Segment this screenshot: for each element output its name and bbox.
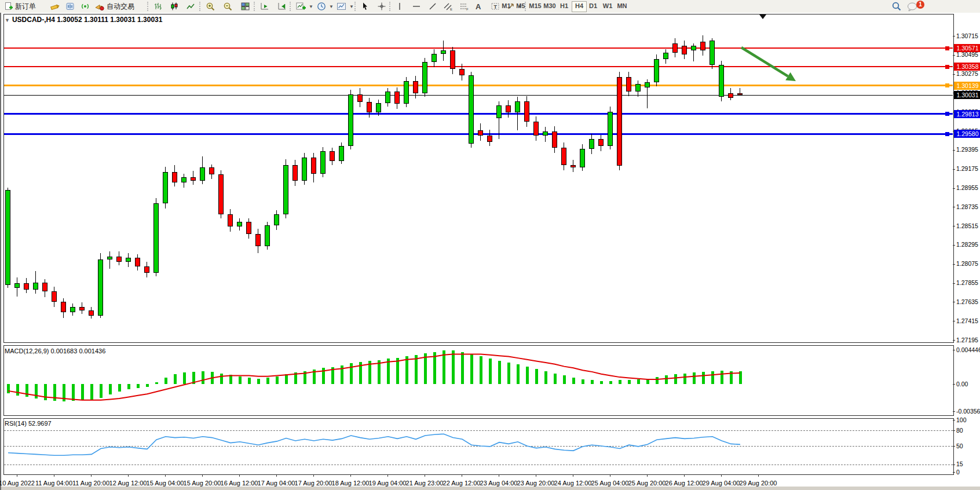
crayon-icon [49, 2, 60, 11]
macd-histogram-bar [674, 374, 677, 384]
fibonacci-tool[interactable]: F [458, 1, 471, 12]
rsi-axis-tick [953, 465, 955, 465]
macd-histogram-bar [721, 371, 723, 384]
rsi-axis-tick [953, 446, 955, 447]
price-hline[interactable] [4, 85, 953, 86]
candle-body [645, 82, 650, 87]
line-chart-button[interactable] [184, 1, 197, 12]
macd-histogram-bar [63, 384, 65, 401]
time-axis-label: 17 Aug 04:00 [258, 480, 295, 487]
candle-body [107, 257, 112, 259]
candle-body [172, 172, 177, 182]
vertical-line-tool[interactable] [394, 1, 405, 12]
tab-timeframe-m30[interactable]: M30 [543, 1, 557, 11]
zoom-out-button[interactable] [221, 1, 235, 12]
equidistant-channel-tool[interactable]: E [441, 1, 455, 12]
time-axis-label: 21 Aug 23:00 [406, 480, 444, 487]
candle-body [357, 94, 363, 102]
macd-histogram-bar [396, 358, 399, 384]
macd-histogram-bar [628, 380, 631, 384]
rsi-axis-tick [953, 430, 955, 431]
auto-trading-button[interactable]: 自动交易 [93, 1, 136, 12]
cursor-button[interactable] [359, 1, 371, 12]
time-axis-tick [165, 474, 166, 477]
macd-histogram-bar [118, 384, 121, 392]
text-tool[interactable]: A [474, 1, 482, 12]
rsi-axis-label: 15 [956, 460, 963, 467]
tab-timeframe-h4[interactable]: H4 [572, 1, 587, 12]
chart-profile-button[interactable] [64, 1, 76, 12]
main-price-panel[interactable] [3, 14, 954, 343]
chevron-down-icon: ▼ [309, 4, 313, 9]
macd-histogram-bar [415, 355, 418, 384]
chart-shift-marker[interactable] [759, 14, 766, 19]
candle-body [14, 283, 20, 287]
candle-body [283, 165, 288, 214]
price-hline[interactable] [4, 66, 953, 67]
tab-timeframe-m15[interactable]: M15 [528, 1, 542, 11]
trendline-tool[interactable] [426, 1, 439, 12]
zoom-in-button[interactable] [204, 1, 217, 12]
price-axis-tick [953, 74, 955, 75]
hline-anchor[interactable] [945, 112, 949, 116]
toolbar-grip [290, 2, 292, 11]
hline-anchor[interactable] [945, 65, 949, 69]
notification-badge[interactable]: 1 [916, 1, 924, 9]
price-axis-label: 1.27635 [956, 298, 978, 305]
macd-histogram-bar [452, 350, 455, 384]
price-axis-tick [953, 150, 955, 151]
svg-text:F: F [466, 8, 469, 11]
price-hline[interactable] [4, 47, 953, 49]
tab-timeframe-mn[interactable]: MN [615, 1, 629, 11]
candle-body [237, 222, 242, 226]
macd-panel[interactable] [3, 345, 954, 416]
macd-histogram-bar [424, 353, 427, 384]
price-hline[interactable] [4, 95, 953, 96]
time-axis-label: 11 Aug 04:00 [35, 480, 72, 487]
toolbar-grip [254, 2, 257, 11]
chart-window[interactable]: ▼USDCAD-,H4 1.30052 1.30111 1.30031 1.30… [0, 13, 980, 490]
macd-histogram-bar [229, 375, 232, 384]
crosshair-button[interactable] [375, 1, 388, 12]
indicators-button[interactable]: ▼ [294, 1, 315, 12]
hline-anchor[interactable] [945, 46, 949, 50]
hline-anchor[interactable] [945, 83, 949, 87]
hline-anchor[interactable] [945, 132, 949, 136]
search-button[interactable] [890, 1, 904, 12]
tab-timeframe-m1[interactable]: M1 [499, 1, 513, 11]
price-hline[interactable] [4, 113, 953, 115]
crayon-button[interactable] [47, 1, 61, 12]
macd-histogram-bar [72, 384, 75, 401]
tab-timeframe-w1[interactable]: W1 [601, 1, 615, 11]
time-axis-tick [462, 474, 462, 477]
candle-body [265, 225, 270, 246]
rsi-panel[interactable] [3, 418, 954, 475]
tab-timeframe-d1[interactable]: D1 [586, 1, 600, 11]
candlestick-chart-button[interactable] [168, 1, 181, 12]
rsi-axis-label: 80 [956, 427, 963, 434]
price-axis-tick [953, 207, 955, 207]
signal-button[interactable] [79, 1, 92, 12]
auto-scroll-button[interactable] [258, 1, 271, 12]
candle-body [552, 131, 557, 148]
time-axis-label: 26 Aug 12:00 [665, 480, 703, 487]
horizontal-line-tool[interactable] [410, 1, 423, 12]
tile-windows-button[interactable] [239, 1, 252, 12]
chart-shift-button[interactable] [276, 1, 288, 12]
macd-histogram-bar [183, 372, 186, 384]
tab-timeframe-h1[interactable]: H1 [557, 1, 571, 11]
macd-histogram-bar [619, 380, 621, 384]
templates-button[interactable]: ▼ [335, 1, 356, 12]
tab-timeframe-m5[interactable]: M5 [514, 1, 528, 11]
macd-axis-tick [953, 384, 955, 385]
bar-chart-button[interactable] [152, 1, 164, 12]
new-order-button[interactable]: 新订单 [2, 1, 38, 12]
time-axis-label: 18 Aug 12:00 [332, 480, 370, 487]
new-order-icon [4, 2, 13, 11]
price-axis-label: 1.29175 [956, 165, 978, 172]
price-badge: 1.30139 [954, 82, 980, 90]
macd-histogram-bar [693, 372, 696, 384]
price-axis-label: 1.28515 [956, 222, 978, 229]
periods-button[interactable]: ▼ [315, 1, 335, 12]
macd-histogram-bar [359, 362, 362, 384]
